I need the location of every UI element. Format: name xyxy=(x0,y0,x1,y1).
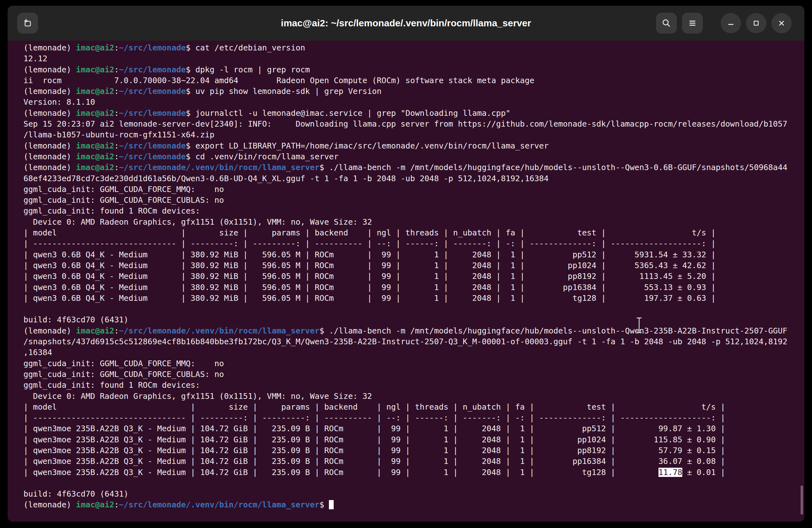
terminal-line: 68ef4233ed78cd7c3de230dd1d61a56b/Qwen3-0… xyxy=(24,173,804,184)
prompt-path: ~/src/lemonade xyxy=(119,152,186,161)
terminal-line: Device 0: AMD Radeon Graphics, gfx1151 (… xyxy=(24,217,804,228)
new-tab-icon xyxy=(22,17,33,29)
terminal-text: $ xyxy=(186,152,195,161)
terminal-text: $ xyxy=(186,43,195,52)
prompt-path: ~/src/lemonade/.venv/bin/rocm/llama_serv… xyxy=(119,500,319,509)
terminal-text: Device 0: AMD Radeon Graphics, gfx1151 (… xyxy=(24,391,372,401)
terminal-text: $ xyxy=(186,109,195,118)
terminal-line: build: 4f63cd70 (6431) xyxy=(24,314,804,325)
terminal-text: $ xyxy=(186,65,195,74)
terminal-line: ,16384 xyxy=(24,347,804,358)
terminal-text: (lemonade) xyxy=(24,326,76,336)
terminal-text: (lemonade) xyxy=(24,87,76,96)
terminal-text: (lemonade) xyxy=(24,65,76,74)
terminal-line: | -------------------------------- | ---… xyxy=(24,413,804,423)
terminal-text: cat /etc/debian_version xyxy=(195,43,305,52)
prompt-path: ~/src/lemonade/.venv/bin/rocm/llama_serv… xyxy=(119,326,319,336)
terminal-line: | qwen3 0.6B Q4_K - Medium | 380.92 MiB … xyxy=(24,293,804,304)
terminal-line: build: 4f63cd70 (6431) xyxy=(24,489,804,499)
terminal-line: ggml_cuda_init: GGML_CUDA_FORCE_MMQ: no xyxy=(24,184,804,195)
terminal-line: (lemonade) imac@ai2:~/src/lemonade/.venv… xyxy=(24,162,804,173)
terminal-text: /snapshots/437d6915c5c512869e4cf8b16b840… xyxy=(24,337,787,346)
prompt-user-host: imac@ai2 xyxy=(76,109,114,118)
terminal-cursor xyxy=(329,500,334,509)
terminal-line: (lemonade) imac@ai2:~/src/lemonade$ dpkg… xyxy=(24,65,804,75)
terminal-line: | model | size | params | backend | ngl … xyxy=(24,228,804,238)
prompt-user-host: imac@ai2 xyxy=(76,326,114,336)
terminal-line: | qwen3moe 235B.A22B Q3_K - Medium | 104… xyxy=(24,423,804,434)
terminal-line: (lemonade) imac@ai2:~/src/lemonade$ cat … xyxy=(24,43,804,53)
terminal-text: | qwen3moe 235B.A22B Q3_K - Medium | 104… xyxy=(24,446,725,455)
prompt-user-host: imac@ai2 xyxy=(76,163,114,172)
prompt-path: ~/src/lemonade xyxy=(119,109,186,118)
terminal-text: : xyxy=(114,87,119,96)
minimize-icon xyxy=(725,18,736,29)
terminal-output[interactable]: (lemonade) imac@ai2:~/src/lemonade$ cat … xyxy=(8,41,804,511)
terminal-line: | qwen3moe 235B.A22B Q3_K - Medium | 104… xyxy=(24,456,804,467)
terminal-text: | model | size | params | backend | ngl … xyxy=(24,402,725,412)
maximize-button[interactable] xyxy=(746,13,766,33)
terminal-text: (lemonade) xyxy=(24,109,76,118)
prompt-user-host: imac@ai2 xyxy=(76,43,114,52)
terminal-text: ,16384 xyxy=(24,348,52,357)
menu-button[interactable] xyxy=(682,13,703,34)
search-icon xyxy=(661,18,672,29)
terminal-line xyxy=(24,478,804,489)
terminal-line: 12.12 xyxy=(24,53,804,64)
terminal-line: (lemonade) imac@ai2:~/src/lemonade$ cd .… xyxy=(24,151,804,162)
terminal-text: | qwen3moe 235B.A22B Q3_K - Medium | 104… xyxy=(24,468,658,477)
terminal-line: | qwen3 0.6B Q4_K - Medium | 380.92 MiB … xyxy=(24,249,804,260)
terminal-line: | qwen3moe 235B.A22B Q3_K - Medium | 104… xyxy=(24,467,804,478)
terminal-line: ggml_cuda_init: GGML_CUDA_FORCE_CUBLAS: … xyxy=(24,369,804,380)
new-tab-button[interactable] xyxy=(17,13,38,34)
terminal-text: ggml_cuda_init: GGML_CUDA_FORCE_CUBLAS: … xyxy=(24,370,224,379)
terminal-text: | qwen3moe 235B.A22B Q3_K - Medium | 104… xyxy=(24,435,725,444)
terminal-text: ggml_cuda_init: found 1 ROCm devices: xyxy=(24,381,200,390)
terminal-line: ggml_cuda_init: GGML_CUDA_FORCE_CUBLAS: … xyxy=(24,195,804,205)
terminal-text: $ xyxy=(319,500,329,509)
terminal-text: /llama-b1057-ubuntu-rocm-gfx1151-x64.zip xyxy=(24,130,214,139)
prompt-user-host: imac@ai2 xyxy=(76,500,114,509)
terminal-line: (lemonade) imac@ai2:~/src/lemonade/.venv… xyxy=(24,326,804,336)
terminal-text: ggml_cuda_init: GGML_CUDA_FORCE_MMQ: no xyxy=(24,359,224,368)
terminal-line: ggml_cuda_init: GGML_CUDA_FORCE_MMQ: no xyxy=(24,358,804,369)
terminal-text: Device 0: AMD Radeon Graphics, gfx1151 (… xyxy=(24,217,372,227)
terminal-text: : xyxy=(114,152,119,161)
terminal-text: ggml_cuda_init: GGML_CUDA_FORCE_MMQ: no xyxy=(24,185,224,194)
titlebar[interactable]: imac@ai2: ~/src/lemonade/.venv/bin/rocm/… xyxy=(8,6,804,41)
window-controls xyxy=(656,13,792,34)
terminal-line: | qwen3moe 235B.A22B Q3_K - Medium | 104… xyxy=(24,434,804,445)
terminal-text: journalctl -u lemonade@imac.service | gr… xyxy=(195,109,510,118)
terminal-line: (lemonade) imac@ai2:~/src/lemonade/.venv… xyxy=(24,499,804,510)
terminal-line: | qwen3 0.6B Q4_K - Medium | 380.92 MiB … xyxy=(24,271,804,282)
terminal-line: /llama-b1057-ubuntu-rocm-gfx1151-x64.zip xyxy=(24,129,804,140)
terminal-text: | qwen3moe 235B.A22B Q3_K - Medium | 104… xyxy=(24,424,725,433)
prompt-user-host: imac@ai2 xyxy=(76,141,114,151)
minimize-button[interactable] xyxy=(721,13,741,33)
terminal-text: : xyxy=(114,326,119,336)
terminal-text: uv pip show lemonade-sdk | grep Version xyxy=(195,87,381,96)
prompt-user-host: imac@ai2 xyxy=(76,65,114,74)
terminal-text: | qwen3 0.6B Q4_K - Medium | 380.92 MiB … xyxy=(24,261,715,270)
search-button[interactable] xyxy=(656,13,677,34)
terminal-line xyxy=(24,304,804,314)
terminal-text: (lemonade) xyxy=(24,152,76,161)
terminal-text: : xyxy=(114,109,119,118)
terminal-line: | qwen3moe 235B.A22B Q3_K - Medium | 104… xyxy=(24,445,804,456)
terminal-text: cd .venv/bin/rocm/llama_server xyxy=(195,152,339,161)
terminal-line: ggml_cuda_init: found 1 ROCm devices: xyxy=(24,205,804,216)
terminal-text: : xyxy=(114,65,119,74)
terminal-line: | model | size | params | backend | ngl … xyxy=(24,402,804,413)
terminal-line: | ------------------------------ | -----… xyxy=(24,238,804,249)
terminal-window: imac@ai2: ~/src/lemonade/.venv/bin/rocm/… xyxy=(8,6,804,522)
scrollbar[interactable] xyxy=(801,485,803,515)
terminal-text: build: 4f63cd70 (6431) xyxy=(24,315,129,324)
prompt-path: ~/src/lemonade/.venv/bin/rocm/llama_serv… xyxy=(119,163,319,172)
terminal-line: | qwen3 0.6B Q4_K - Medium | 380.92 MiB … xyxy=(24,282,804,293)
terminal-line: ii rocm 7.0.0.70000-38~22.04 amd64 Radeo… xyxy=(24,75,804,86)
prompt-path: ~/src/lemonade xyxy=(119,87,186,96)
close-button[interactable] xyxy=(771,13,792,33)
terminal-text: ± 0.01 | xyxy=(682,468,725,477)
terminal-text: ./llama-bench -m /mnt/models/huggingface… xyxy=(329,163,787,172)
terminal-text: : xyxy=(114,141,119,151)
